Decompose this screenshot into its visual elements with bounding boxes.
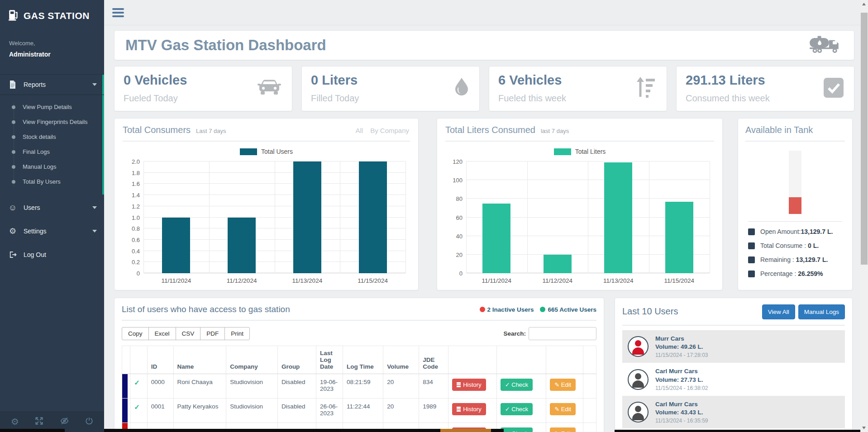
brand: GAS STATION — [0, 0, 104, 27]
sidebar-subitem-label: View Fingerprints Details — [23, 119, 88, 125]
hamburger-menu-icon[interactable] — [112, 8, 124, 17]
view-all-button[interactable]: View All — [762, 304, 795, 319]
green-dot-icon — [540, 307, 545, 312]
reports-submenu: View Pump DetailsView Fingerprints Detai… — [0, 95, 104, 195]
table-cell: 1989 — [419, 399, 448, 423]
tank-legend-item: Remaining : 13,129.7 L. — [745, 256, 845, 263]
title-card: MTV Gas Station Dashboard — [114, 30, 854, 60]
fuel-pump-icon — [8, 9, 19, 23]
sidebar-item-settings[interactable]: ⚙Settings — [0, 221, 104, 242]
expand-icon[interactable] — [35, 417, 43, 427]
check-button[interactable]: ✓ Check — [501, 379, 533, 391]
chevron-down-icon — [92, 230, 97, 233]
bullet-icon — [12, 165, 15, 169]
history-button[interactable]: History — [452, 379, 486, 391]
sidebar-subitem[interactable]: Manual Logs — [0, 159, 104, 174]
edit-cell: ✎ Edit — [546, 374, 583, 399]
bullet-icon — [12, 135, 15, 139]
users-status-legend: 2 Inactive Users 665 Active Users — [480, 306, 596, 313]
page-title: MTV Gas Station Dashboard — [125, 37, 326, 54]
last-user-name: Murr Cars — [655, 335, 708, 343]
edit-cell: ✎ Edit — [546, 399, 583, 423]
check-square-icon — [823, 77, 844, 100]
edit-button[interactable]: ✎ Edit — [550, 427, 576, 432]
scrollbar-thumb[interactable] — [861, 13, 868, 265]
inactive-users-count: 2 Inactive Users — [480, 306, 534, 313]
stat-value: 0 Liters — [311, 73, 470, 88]
stat-value: 6 Vehicles — [498, 73, 658, 88]
sidebar-subitem[interactable]: View Pump Details — [0, 100, 104, 114]
logout-icon — [8, 251, 17, 259]
active-check-cell: ✓ — [130, 374, 148, 399]
table-cell: 0000 — [147, 374, 173, 399]
edit-cell: ✎ Edit — [546, 423, 583, 432]
chevron-down-icon — [92, 206, 97, 209]
bullet-icon — [12, 180, 15, 184]
history-button[interactable]: History — [452, 403, 486, 415]
x-axis-label: 11/13/2024 — [275, 277, 340, 284]
bottom-artifact-bar — [615, 430, 861, 432]
power-icon[interactable] — [85, 417, 93, 427]
table-cell-empty — [583, 399, 596, 423]
bottom-row: List of users who have access to gas sta… — [114, 298, 854, 432]
tank-legend-text: Remaining : 13,129.7 L. — [760, 256, 828, 263]
tank-gauge — [789, 151, 801, 214]
last-user-info: Carl Murr CarsVolume: 43.43 L.11/13/2024… — [655, 400, 708, 424]
last-users-panel: Last 10 Users View All Manual Logs Murr … — [615, 298, 853, 432]
column-header: Log Time — [343, 346, 383, 374]
sidebar-subitem[interactable]: View Fingerprints Details — [0, 114, 104, 129]
last-user-item[interactable]: Carl Murr CarsVolume: 43.43 L.11/13/2024… — [622, 396, 845, 428]
column-header-empty — [546, 346, 583, 374]
sidebar: GAS STATION Welcome, Administrator Repor… — [0, 0, 104, 432]
tab-by-company[interactable]: By Company — [370, 127, 409, 134]
manual-logs-button[interactable]: Manual Logs — [798, 304, 845, 319]
sidebar-subitem[interactable]: Final Logs — [0, 144, 104, 159]
last-user-item[interactable]: Murr CarsVolume: 49.26 L.11/15/2024 - 17… — [622, 330, 845, 363]
welcome-text: Welcome, — [9, 40, 95, 47]
sidebar-subitem[interactable]: Total By Users — [0, 174, 104, 189]
gridline-vertical — [405, 161, 406, 273]
check-button[interactable]: ✓ Check — [501, 427, 533, 432]
bar-chart-total-consumers: 2.01.81.61.41.21.00.80.60.40.20 — [143, 161, 405, 273]
bar — [604, 162, 632, 273]
last-user-item[interactable]: Carl Murr CarsVolume: 27.73 L.11/15/2024… — [622, 363, 845, 395]
edit-button[interactable]: ✎ Edit — [550, 379, 576, 391]
column-header: Group — [277, 346, 316, 374]
check-icon: ✓ — [134, 403, 140, 411]
last-user-volume: Volume: 43.43 L. — [655, 408, 708, 417]
vertical-scrollbar[interactable] — [860, 0, 868, 432]
sidebar-item-reports[interactable]: Reports — [0, 74, 104, 95]
gear-icon[interactable]: ⚙ — [11, 416, 19, 427]
sidebar-subitem[interactable]: Stock details — [0, 129, 104, 144]
gridline-vertical — [527, 161, 528, 273]
column-header-empty — [122, 346, 130, 374]
check-icon: ✓ — [134, 379, 140, 386]
export-button-copy[interactable]: Copy — [122, 327, 149, 340]
check-cell: ✓ Check — [496, 399, 546, 423]
scroll-up-arrow-icon[interactable] — [862, 3, 866, 5]
search-input[interactable] — [529, 327, 596, 340]
edit-button[interactable]: ✎ Edit — [550, 403, 576, 415]
scroll-down-arrow-icon[interactable] — [862, 427, 866, 429]
tab-all[interactable]: All — [355, 127, 363, 134]
column-header-empty — [583, 346, 596, 374]
last-user-volume: Volume: 27.73 L. — [655, 376, 708, 384]
users-table-title: List of users who have access to gas sta… — [122, 304, 290, 314]
gridline-vertical — [588, 161, 588, 273]
export-button-excel[interactable]: Excel — [148, 327, 176, 340]
table-cell-empty — [583, 374, 596, 399]
gridline-vertical — [275, 161, 275, 273]
table-cell: 20 — [383, 399, 419, 423]
export-button-csv[interactable]: CSV — [176, 327, 201, 340]
sidebar-item-log-out[interactable]: Log Out — [0, 244, 104, 265]
sidebar-item-users[interactable]: ☺Users — [0, 197, 104, 218]
export-button-pdf[interactable]: PDF — [200, 327, 225, 340]
table-cell: 834 — [419, 374, 448, 399]
last-user-date: 11/13/2024 - 16:35:59 — [655, 418, 708, 424]
export-button-print[interactable]: Print — [224, 327, 250, 340]
tank-legend-item: Total Consume : 0 L. — [745, 242, 845, 249]
stat-label: Filled Today — [311, 93, 470, 104]
last-users-title: Last 10 Users — [622, 306, 678, 317]
eye-slash-icon[interactable] — [60, 417, 69, 427]
check-button[interactable]: ✓ Check — [501, 403, 533, 415]
